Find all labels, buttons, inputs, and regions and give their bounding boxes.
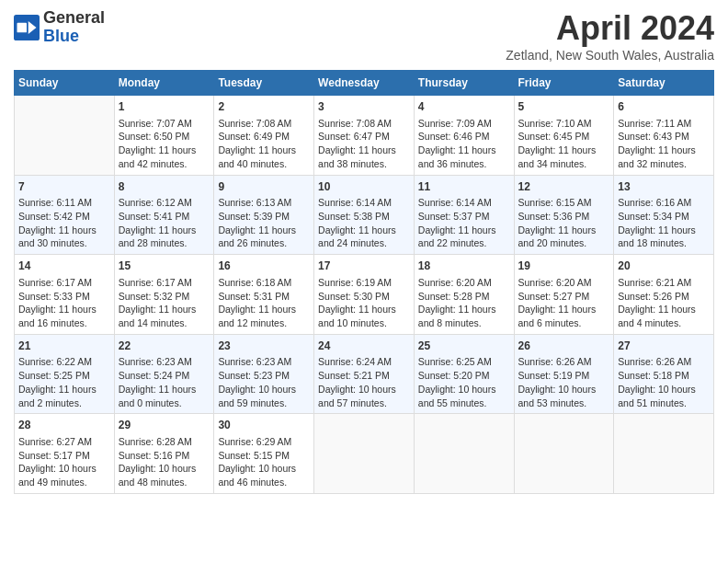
day-info-line: Daylight: 11 hours xyxy=(318,303,410,316)
day-info-line: Sunrise: 6:25 AM xyxy=(418,355,510,369)
day-info-line: and 16 minutes. xyxy=(18,316,110,330)
logo: General Blue xyxy=(14,9,105,46)
calendar-cell xyxy=(314,414,415,494)
day-number: 7 xyxy=(18,179,110,195)
day-info-line: Sunrise: 6:19 AM xyxy=(318,276,410,290)
title-area: April 2024 Zetland, New South Wales, Aus… xyxy=(506,9,714,63)
day-info-line: Sunrise: 6:17 AM xyxy=(18,276,110,290)
day-info-line: Sunset: 5:41 PM xyxy=(119,210,210,224)
day-info-line: Sunset: 5:37 PM xyxy=(418,210,510,224)
day-info-line: Sunrise: 6:15 AM xyxy=(518,196,610,210)
logo-blue-text: Blue xyxy=(43,27,79,45)
day-number: 4 xyxy=(418,99,510,115)
calendar-cell: 10Sunrise: 6:14 AMSunset: 5:38 PMDayligh… xyxy=(314,175,415,255)
day-info-line: Sunset: 5:33 PM xyxy=(18,290,110,304)
day-info-line: and 14 minutes. xyxy=(119,316,210,330)
calendar-cell: 20Sunrise: 6:21 AMSunset: 5:26 PMDayligh… xyxy=(614,255,714,335)
day-info-line: Sunset: 5:19 PM xyxy=(518,369,610,383)
calendar-cell: 2Sunrise: 7:08 AMSunset: 6:49 PMDaylight… xyxy=(214,96,314,176)
day-number: 28 xyxy=(18,418,110,433)
day-info-line: Daylight: 11 hours xyxy=(618,144,710,157)
day-info-line: Sunset: 5:31 PM xyxy=(218,290,310,304)
calendar-cell: 29Sunrise: 6:28 AMSunset: 5:16 PMDayligh… xyxy=(114,414,214,494)
calendar-cell xyxy=(614,414,714,494)
calendar-cell xyxy=(15,96,115,176)
calendar-cell: 4Sunrise: 7:09 AMSunset: 6:46 PMDaylight… xyxy=(414,96,514,176)
calendar-cell: 24Sunrise: 6:24 AMSunset: 5:21 PMDayligh… xyxy=(314,334,415,414)
day-info-line: Sunset: 5:21 PM xyxy=(318,369,410,383)
calendar-cell: 8Sunrise: 6:12 AMSunset: 5:41 PMDaylight… xyxy=(114,175,214,255)
calendar-cell: 28Sunrise: 6:27 AMSunset: 5:17 PMDayligh… xyxy=(15,414,115,494)
day-info-line: Sunrise: 6:21 AM xyxy=(618,276,710,290)
day-number: 14 xyxy=(18,259,110,274)
day-number: 16 xyxy=(218,259,310,274)
calendar-cell: 13Sunrise: 6:16 AMSunset: 5:34 PMDayligh… xyxy=(614,175,714,255)
day-info-line: Daylight: 10 hours xyxy=(418,383,510,396)
day-info-line: Daylight: 11 hours xyxy=(18,383,110,396)
day-number: 26 xyxy=(518,339,610,354)
day-info-line: Sunset: 5:26 PM xyxy=(618,290,710,304)
header-saturday: Saturday xyxy=(614,71,714,96)
day-info-line: Daylight: 11 hours xyxy=(218,224,310,237)
day-info-line: Sunset: 6:50 PM xyxy=(119,130,210,144)
day-info-line: Daylight: 11 hours xyxy=(518,224,610,237)
day-info-line: Sunrise: 6:26 AM xyxy=(518,355,610,369)
calendar-cell: 9Sunrise: 6:13 AMSunset: 5:39 PMDaylight… xyxy=(214,175,314,255)
day-info-line: Sunset: 5:18 PM xyxy=(618,369,710,383)
day-info-line: Daylight: 11 hours xyxy=(518,144,610,157)
calendar-cell: 22Sunrise: 6:23 AMSunset: 5:24 PMDayligh… xyxy=(114,334,214,414)
day-info-line: and 4 minutes. xyxy=(618,316,710,330)
day-info-line: Sunrise: 6:20 AM xyxy=(418,276,510,290)
day-info-line: Daylight: 11 hours xyxy=(119,303,210,316)
calendar-cell: 14Sunrise: 6:17 AMSunset: 5:33 PMDayligh… xyxy=(15,255,115,335)
day-info-line: Sunrise: 6:14 AM xyxy=(418,196,510,210)
calendar-cell: 3Sunrise: 7:08 AMSunset: 6:47 PMDaylight… xyxy=(314,96,415,176)
day-info-line: Sunset: 5:30 PM xyxy=(318,290,410,304)
day-info-line: Sunrise: 6:14 AM xyxy=(318,196,410,210)
day-info-line: Daylight: 11 hours xyxy=(318,224,410,237)
header-wednesday: Wednesday xyxy=(314,71,415,96)
header-tuesday: Tuesday xyxy=(214,71,314,96)
day-info-line: Sunrise: 6:29 AM xyxy=(218,435,310,449)
day-number: 20 xyxy=(618,259,710,274)
day-info-line: Daylight: 11 hours xyxy=(418,303,510,316)
day-info-line: Sunrise: 7:09 AM xyxy=(418,117,510,131)
day-info-line: Sunset: 5:17 PM xyxy=(18,449,110,463)
calendar-cell: 6Sunrise: 7:11 AMSunset: 6:43 PMDaylight… xyxy=(614,96,714,176)
calendar-week-row: 1Sunrise: 7:07 AMSunset: 6:50 PMDaylight… xyxy=(15,96,714,176)
day-info-line: Sunset: 5:36 PM xyxy=(518,210,610,224)
day-number: 13 xyxy=(618,179,710,195)
day-info-line: Sunrise: 6:26 AM xyxy=(618,355,710,369)
logo-icon xyxy=(14,15,40,40)
day-info-line: Daylight: 11 hours xyxy=(518,303,610,316)
day-number: 6 xyxy=(618,99,710,115)
day-number: 17 xyxy=(318,259,410,274)
day-info-line: and 49 minutes. xyxy=(18,476,110,489)
day-info-line: Daylight: 11 hours xyxy=(418,144,510,157)
day-info-line: Sunrise: 6:23 AM xyxy=(119,355,210,369)
day-info-line: Daylight: 11 hours xyxy=(119,144,210,157)
calendar-cell: 26Sunrise: 6:26 AMSunset: 5:19 PMDayligh… xyxy=(514,334,614,414)
day-info-line: Sunrise: 6:22 AM xyxy=(18,355,110,369)
day-number: 12 xyxy=(518,179,610,195)
location-title: Zetland, New South Wales, Australia xyxy=(506,48,714,63)
day-info-line: Sunset: 5:23 PM xyxy=(218,369,310,383)
day-info-line: and 0 minutes. xyxy=(119,396,210,410)
day-info-line: Daylight: 11 hours xyxy=(18,303,110,316)
day-info-line: Sunrise: 6:18 AM xyxy=(218,276,310,290)
day-info-line: Daylight: 10 hours xyxy=(119,462,210,476)
day-info-line: Sunrise: 6:11 AM xyxy=(18,196,110,210)
day-number: 21 xyxy=(18,339,110,354)
header-friday: Friday xyxy=(514,71,614,96)
day-info-line: Daylight: 10 hours xyxy=(618,383,710,396)
month-title: April 2024 xyxy=(506,9,714,48)
day-info-line: Sunset: 5:34 PM xyxy=(618,210,710,224)
day-number: 9 xyxy=(218,179,310,195)
header-monday: Monday xyxy=(114,71,214,96)
day-info-line: and 53 minutes. xyxy=(518,396,610,410)
day-info-line: and 36 minutes. xyxy=(418,157,510,171)
day-info-line: Daylight: 11 hours xyxy=(218,303,310,316)
day-info-line: Sunrise: 7:08 AM xyxy=(318,117,410,131)
day-info-line: and 57 minutes. xyxy=(318,396,410,410)
day-info-line: Daylight: 11 hours xyxy=(418,224,510,237)
